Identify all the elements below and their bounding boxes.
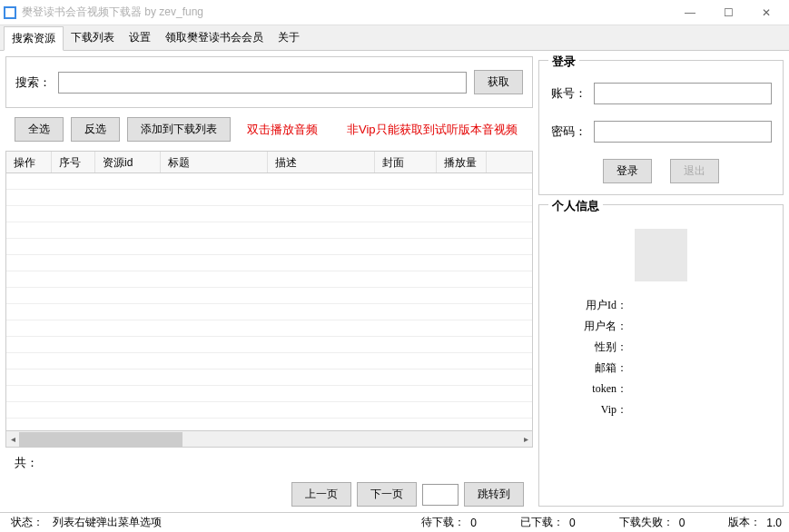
pending-value: 0	[470, 517, 477, 529]
tab-search-resources[interactable]: 搜索资源	[4, 26, 64, 51]
search-box: 搜索： 获取	[5, 56, 533, 108]
col-play-count[interactable]: 播放量	[437, 152, 487, 172]
page-input[interactable]	[422, 484, 459, 506]
table-row	[6, 304, 532, 320]
tab-settings[interactable]: 设置	[122, 26, 158, 49]
window-title: 樊登读书会音视频下载器 by zev_fung	[22, 5, 671, 20]
gender-label: 性别：	[550, 340, 627, 355]
col-description[interactable]: 描述	[268, 152, 375, 172]
tab-download-list[interactable]: 下载列表	[64, 26, 122, 49]
add-to-download-button[interactable]: 添加到下载列表	[127, 117, 231, 142]
table-row	[6, 206, 532, 222]
jump-to-button[interactable]: 跳转到	[464, 482, 524, 507]
table-row	[6, 173, 532, 190]
table-row	[6, 369, 532, 386]
login-legend: 登录	[548, 54, 579, 70]
next-page-button[interactable]: 下一页	[357, 482, 417, 507]
hint-non-vip: 非Vip只能获取到试听版本音视频	[347, 122, 518, 138]
done-label: 已下载：	[517, 515, 567, 530]
col-resource-id[interactable]: 资源id	[95, 152, 161, 172]
profile-legend: 个人信息	[548, 198, 603, 214]
version-value: 1.0	[766, 517, 782, 529]
table-row	[6, 222, 532, 239]
tab-get-membership[interactable]: 领取樊登读书会会员	[158, 26, 271, 49]
results-table: 操作 序号 资源id 标题 描述 封面 播放量	[5, 151, 533, 448]
done-value: 0	[569, 517, 576, 529]
titlebar: 樊登读书会音视频下载器 by zev_fung — ☐ ✕	[0, 0, 789, 25]
version-label: 版本：	[725, 515, 764, 530]
count-row: 共：	[5, 453, 533, 473]
table-row	[6, 239, 532, 255]
login-fieldset: 登录 账号： 密码： 登录 退出	[538, 60, 784, 195]
table-row	[6, 288, 532, 304]
col-operation[interactable]: 操作	[6, 152, 52, 172]
table-row	[6, 271, 532, 288]
scroll-right-icon[interactable]: ▸	[519, 432, 532, 447]
scroll-left-icon[interactable]: ◂	[6, 432, 19, 447]
menubar: 搜索资源 下载列表 设置 领取樊登读书会会员 关于	[0, 25, 789, 51]
col-title[interactable]: 标题	[161, 152, 268, 172]
password-input[interactable]	[594, 121, 772, 143]
search-label: 搜索：	[15, 74, 51, 91]
table-row	[6, 320, 532, 337]
scroll-thumb[interactable]	[19, 432, 182, 447]
pager: 上一页 下一页 跳转到	[5, 478, 533, 507]
select-all-button[interactable]: 全选	[15, 117, 64, 142]
table-row	[6, 353, 532, 369]
minimize-button[interactable]: —	[671, 0, 709, 25]
fetch-button[interactable]: 获取	[474, 70, 523, 94]
table-row	[6, 190, 532, 206]
userid-label: 用户Id：	[550, 298, 627, 313]
table-row	[6, 337, 532, 353]
failed-label: 下载失败：	[616, 515, 677, 530]
hint-double-click: 双击播放音频	[247, 122, 318, 138]
app-icon	[4, 6, 16, 19]
status-label: 状态：	[7, 515, 47, 530]
statusbar: 状态： 列表右键弹出菜单选项 待下载： 0 已下载： 0 下载失败： 0 版本：…	[0, 512, 789, 532]
password-label: 密码：	[550, 123, 587, 140]
invert-select-button[interactable]: 反选	[71, 117, 120, 142]
username-label: 用户名：	[550, 319, 627, 334]
col-cover[interactable]: 封面	[375, 152, 437, 172]
table-row	[6, 255, 532, 271]
horizontal-scrollbar[interactable]: ◂ ▸	[6, 430, 532, 447]
count-label: 共：	[15, 456, 38, 469]
avatar	[635, 229, 687, 281]
table-row	[6, 402, 532, 419]
account-input[interactable]	[594, 83, 772, 104]
login-button[interactable]: 登录	[603, 159, 652, 183]
prev-page-button[interactable]: 上一页	[291, 482, 351, 507]
account-label: 账号：	[550, 85, 587, 102]
maximize-button[interactable]: ☐	[709, 0, 747, 25]
table-header: 操作 序号 资源id 标题 描述 封面 播放量	[6, 152, 532, 173]
col-index[interactable]: 序号	[52, 152, 95, 172]
email-label: 邮箱：	[550, 360, 627, 376]
search-input[interactable]	[58, 72, 467, 94]
pending-label: 待下载：	[418, 515, 468, 530]
token-label: token：	[550, 381, 627, 397]
close-button[interactable]: ✕	[747, 0, 785, 25]
logout-button[interactable]: 退出	[670, 159, 719, 183]
vip-label: Vip：	[550, 402, 627, 418]
right-panel: 登录 账号： 密码： 登录 退出 个人信息 用户Id： 用户名： 性别： 邮箱：…	[538, 56, 784, 507]
table-body[interactable]	[6, 173, 532, 430]
main-panel: 搜索： 获取 全选 反选 添加到下载列表 双击播放音频 非Vip只能获取到试听版…	[5, 56, 533, 507]
table-row	[6, 386, 532, 402]
tab-about[interactable]: 关于	[271, 26, 307, 49]
status-text: 列表右键弹出菜单选项	[49, 515, 165, 530]
failed-value: 0	[679, 517, 685, 529]
action-row: 全选 反选 添加到下载列表 双击播放音频 非Vip只能获取到试听版本音视频	[5, 113, 533, 145]
profile-fieldset: 个人信息 用户Id： 用户名： 性别： 邮箱： token： Vip：	[538, 204, 784, 507]
